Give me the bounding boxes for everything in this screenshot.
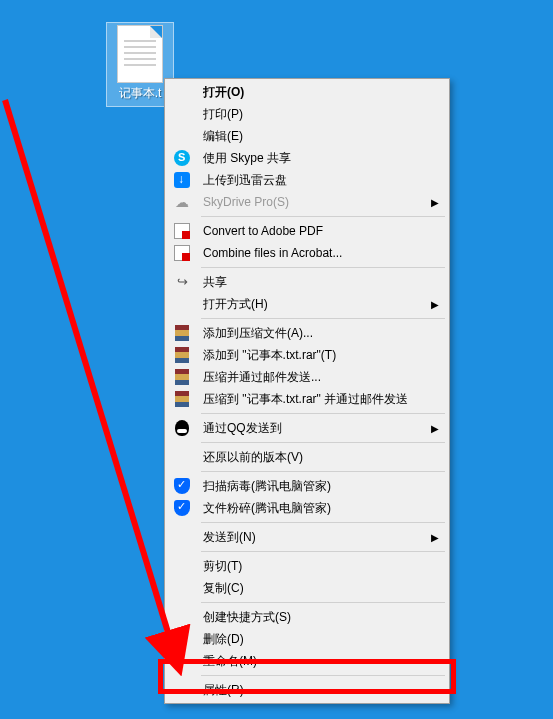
menu-item[interactable]: 重命名(M)	[167, 650, 447, 672]
menu-item-label: 属性(R)	[203, 682, 439, 699]
submenu-arrow-icon: ▶	[427, 423, 439, 434]
menu-icon-slot	[171, 630, 193, 648]
menu-separator	[201, 551, 445, 552]
menu-item[interactable]: 属性(R)	[167, 679, 447, 701]
menu-item[interactable]: Combine files in Acrobat...	[167, 242, 447, 264]
menu-icon-slot	[171, 244, 193, 262]
menu-item[interactable]: 还原以前的版本(V)	[167, 446, 447, 468]
menu-icon-slot	[171, 608, 193, 626]
menu-item-label: 文件粉碎(腾讯电脑管家)	[203, 500, 439, 517]
menu-icon-slot	[171, 295, 193, 313]
menu-item[interactable]: 剪切(T)	[167, 555, 447, 577]
menu-item-label: 使用 Skype 共享	[203, 150, 439, 167]
menu-item[interactable]: 压缩并通过邮件发送...	[167, 366, 447, 388]
menu-icon-slot	[171, 477, 193, 495]
menu-icon-slot	[171, 222, 193, 240]
menu-item-label: 打印(P)	[203, 106, 439, 123]
menu-icon-slot: ↪	[171, 273, 193, 291]
menu-item-label: 压缩到 "记事本.txt.rar" 并通过邮件发送	[203, 391, 439, 408]
menu-item-label: Combine files in Acrobat...	[203, 246, 439, 260]
menu-item-label: 压缩并通过邮件发送...	[203, 369, 439, 386]
menu-icon-slot	[171, 419, 193, 437]
menu-item-label: 重命名(M)	[203, 653, 439, 670]
menu-icon-slot	[171, 499, 193, 517]
menu-separator	[201, 442, 445, 443]
menu-item[interactable]: 打开(O)	[167, 81, 447, 103]
menu-item-label: 删除(D)	[203, 631, 439, 648]
menu-item-label: 打开(O)	[203, 84, 439, 101]
menu-item-label: 复制(C)	[203, 580, 439, 597]
menu-item[interactable]: 编辑(E)	[167, 125, 447, 147]
menu-item-label: 编辑(E)	[203, 128, 439, 145]
menu-item[interactable]: 发送到(N)▶	[167, 526, 447, 548]
menu-icon-slot: ☁	[171, 193, 193, 211]
menu-icon-slot	[171, 557, 193, 575]
qq-icon	[175, 420, 189, 436]
menu-icon-slot	[171, 105, 193, 123]
skype-icon	[174, 150, 190, 166]
menu-separator	[201, 413, 445, 414]
svg-line-1	[5, 100, 178, 665]
menu-item-label: Convert to Adobe PDF	[203, 224, 439, 238]
shield-icon	[174, 478, 190, 494]
submenu-arrow-icon: ▶	[427, 532, 439, 543]
menu-item-label: SkyDrive Pro(S)	[203, 195, 427, 209]
menu-icon-slot	[171, 681, 193, 699]
menu-icon-slot	[171, 652, 193, 670]
menu-icon-slot	[171, 127, 193, 145]
menu-item-label: 通过QQ发送到	[203, 420, 427, 437]
menu-item[interactable]: 添加到压缩文件(A)...	[167, 322, 447, 344]
xunlei-icon	[174, 172, 190, 188]
menu-item-label: 共享	[203, 274, 439, 291]
menu-item[interactable]: 打开方式(H)▶	[167, 293, 447, 315]
menu-item-label: 发送到(N)	[203, 529, 427, 546]
submenu-arrow-icon: ▶	[427, 197, 439, 208]
share-icon: ↪	[174, 274, 190, 290]
menu-separator	[201, 675, 445, 676]
menu-item-label: 创建快捷方式(S)	[203, 609, 439, 626]
rar-icon	[175, 325, 189, 341]
submenu-arrow-icon: ▶	[427, 299, 439, 310]
menu-icon-slot	[171, 324, 193, 342]
menu-item[interactable]: ☁SkyDrive Pro(S)▶	[167, 191, 447, 213]
rar-icon	[175, 369, 189, 385]
menu-item[interactable]: 创建快捷方式(S)	[167, 606, 447, 628]
menu-separator	[201, 602, 445, 603]
menu-item-label: 还原以前的版本(V)	[203, 449, 439, 466]
file-label: 记事本.t	[109, 85, 171, 102]
context-menu: 打开(O)打印(P)编辑(E)使用 Skype 共享上传到迅雷云盘☁SkyDri…	[164, 78, 450, 704]
menu-item[interactable]: 扫描病毒(腾讯电脑管家)	[167, 475, 447, 497]
cloud-icon: ☁	[174, 194, 190, 210]
menu-separator	[201, 267, 445, 268]
menu-separator	[201, 471, 445, 472]
menu-item[interactable]: ↪共享	[167, 271, 447, 293]
menu-icon-slot	[171, 390, 193, 408]
menu-icon-slot	[171, 579, 193, 597]
menu-item[interactable]: 删除(D)	[167, 628, 447, 650]
rar-icon	[175, 347, 189, 363]
menu-item[interactable]: 压缩到 "记事本.txt.rar" 并通过邮件发送	[167, 388, 447, 410]
menu-separator	[201, 216, 445, 217]
menu-separator	[201, 522, 445, 523]
menu-item[interactable]: 使用 Skype 共享	[167, 147, 447, 169]
menu-item-label: 扫描病毒(腾讯电脑管家)	[203, 478, 439, 495]
menu-icon-slot	[171, 448, 193, 466]
menu-item-label: 打开方式(H)	[203, 296, 427, 313]
menu-item[interactable]: 打印(P)	[167, 103, 447, 125]
pdf-icon	[174, 245, 190, 261]
menu-item[interactable]: 添加到 "记事本.txt.rar"(T)	[167, 344, 447, 366]
menu-icon-slot	[171, 368, 193, 386]
menu-item[interactable]: Convert to Adobe PDF	[167, 220, 447, 242]
shield-icon	[174, 500, 190, 516]
menu-item[interactable]: 文件粉碎(腾讯电脑管家)	[167, 497, 447, 519]
menu-item[interactable]: 复制(C)	[167, 577, 447, 599]
text-file-icon	[117, 25, 163, 83]
menu-item[interactable]: 通过QQ发送到▶	[167, 417, 447, 439]
pdf-icon	[174, 223, 190, 239]
menu-item-label: 剪切(T)	[203, 558, 439, 575]
menu-icon-slot	[171, 83, 193, 101]
menu-separator	[201, 318, 445, 319]
menu-icon-slot	[171, 149, 193, 167]
menu-item[interactable]: 上传到迅雷云盘	[167, 169, 447, 191]
rar-icon	[175, 391, 189, 407]
